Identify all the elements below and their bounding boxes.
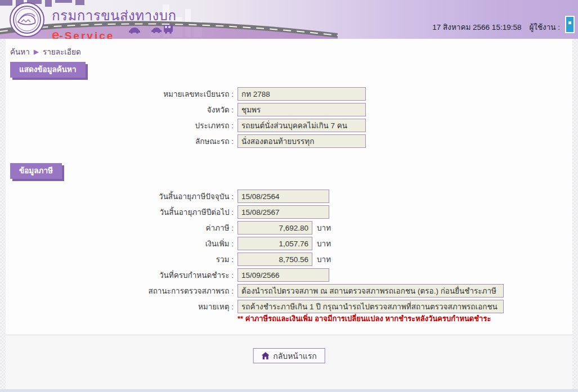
field-label: วันที่ครบกำหนดชำระ : [6,269,234,281]
app-header: กรมการขนส่งทางบก e-Service 17 สิงหาคม 25… [0,0,578,39]
vehicle-type-field[interactable] [238,119,366,132]
remark-field[interactable] [238,300,504,313]
next-tax-expiry-field[interactable] [238,205,329,219]
footer-bar: กลับหน้าแรก [6,335,572,389]
baht-unit-label: บาท [317,237,331,250]
form-row: ลักษณะรถ : [6,134,572,148]
breadcrumb-detail: รายละเอียด [43,46,81,58]
form-row: สถานะการตรวจสภาพรถ : [6,284,572,298]
car-icon [129,28,140,34]
form-row: รวม : บาท [6,253,572,266]
back-home-label: กลับหน้าแรก [273,350,317,362]
baht-unit-label: บาท [317,253,331,265]
field-label: เงินเพิ่ม : [6,237,234,250]
form-row: วันสิ้นอายุภาษีปัจจุบัน : [6,190,572,203]
vehicle-info-form: หมายเลขทะเบียนรถ : จังหวัด : ประเภทรถ : … [6,87,572,150]
form-row: ประเภทรถ : [6,119,572,132]
tax-change-warning: ** ค่าภาษีรถและเงินเพิ่ม อาจมีการเปลี่ยน… [238,313,491,325]
field-label: สถานะการตรวจสภาพรถ : [6,285,234,297]
form-row: วันสิ้นอายุภาษีปีต่อไป : [6,205,572,219]
field-label: ลักษณะรถ : [6,135,234,147]
bottom-edge-strip [0,389,578,392]
form-row: จังหวัด : [6,103,572,116]
current-tax-expiry-field[interactable] [238,190,329,203]
surcharge-field[interactable] [238,237,312,250]
province-field[interactable] [238,103,366,116]
form-row: วันที่ครบกำหนดชำระ : [6,268,572,282]
form-row: เงินเพิ่ม : บาท [6,237,572,250]
home-icon [261,352,269,359]
vehicle-icons [127,22,183,35]
field-label: ประเภทรถ : [6,119,234,132]
tax-info-form: วันสิ้นอายุภาษีปัจจุบัน : วันสิ้นอายุภาษ… [6,190,572,316]
page: กรมการขนส่งทางบก e-Service 17 สิงหาคม 25… [0,0,578,392]
field-label: จังหวัด : [6,103,234,116]
form-row: ค่าภาษี : บาท [6,221,572,235]
field-label: หมายเลขทะเบียนรถ : [6,88,234,100]
field-label: หมายเหตุ : [6,300,234,313]
breadcrumb-arrow-icon: ▶ [34,48,39,56]
tax-amount-field[interactable] [238,221,312,235]
body-style-field[interactable] [238,134,366,148]
section-title-tax-info: ข้อมูลภาษี [10,163,62,179]
header-datetime: 17 สิงหาคม 2566 15:19:58 [432,21,521,33]
baht-unit-label: บาท [317,222,331,234]
breadcrumb-search[interactable]: ค้นหา [10,46,30,58]
bus-icon [164,25,173,32]
total-field[interactable] [238,253,312,266]
field-label: วันสิ้นอายุภาษีปีต่อไป : [6,206,234,218]
field-label: รวม : [6,253,234,265]
taxi-icon [151,28,162,33]
field-label: วันสิ้นอายุภาษีปัจจุบัน : [6,190,234,202]
main-content: ค้นหา ▶ รายละเอียด แสดงข้อมูลค้นหา หมายเ… [6,39,572,335]
inspection-status-field[interactable] [238,284,504,298]
dlt-logo [10,2,44,37]
form-row: หมายเหตุ : [6,300,572,313]
registration-number-field[interactable] [238,87,366,101]
section-title-search-result: แสดงข้อมูลค้นหา [10,62,86,78]
user-panel-button[interactable] [565,16,575,33]
field-label: ค่าภาษี : [6,222,234,234]
user-label: ผู้ใช้งาน : [529,21,560,33]
form-row: หมายเลขทะเบียนรถ : [6,87,572,101]
payment-due-date-field[interactable] [238,268,329,282]
breadcrumb: ค้นหา ▶ รายละเอียด [10,46,81,58]
back-home-button[interactable]: กลับหน้าแรก [253,348,325,363]
